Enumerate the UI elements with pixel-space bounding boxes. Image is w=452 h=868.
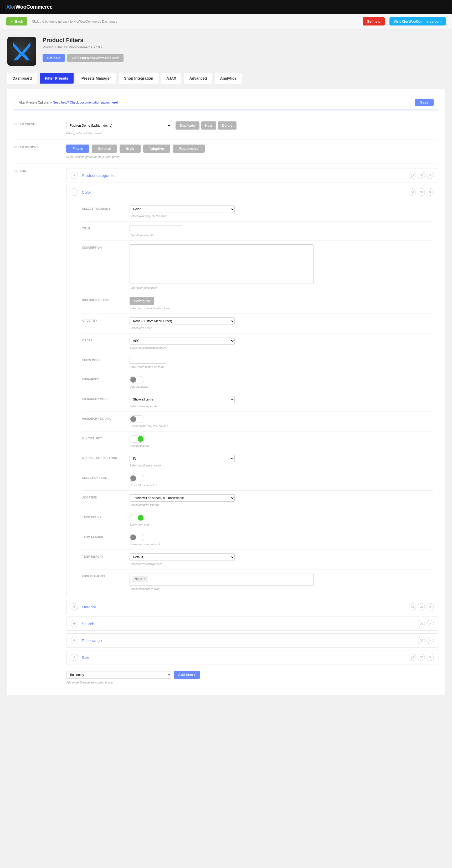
topbar: XforWooCommerce [0, 0, 452, 14]
shuffle-icon[interactable] [418, 654, 425, 661]
field-hint: Expand hiararchy tree on load [129, 425, 433, 428]
shuffle-icon[interactable] [418, 172, 425, 179]
tab-filter-presets[interactable]: Filter Presets [40, 73, 73, 84]
field-tags[interactable]: None× [129, 573, 313, 586]
tab-shop-integration[interactable]: Shop Integration [119, 73, 158, 84]
expand-icon[interactable]: + [71, 637, 78, 644]
field-toggle[interactable] [129, 474, 144, 482]
field-row: ADOPTIVETerms will be shown, but unclick… [82, 491, 433, 510]
field-input[interactable] [129, 357, 167, 364]
notice-prefix: Filter Presets Options → [19, 101, 53, 104]
field-label: SELECT TAXONOMY [82, 206, 129, 210]
filter-card: +Size [66, 650, 438, 664]
shuffle-icon[interactable] [418, 188, 425, 196]
configure-button[interactable]: Configure [129, 297, 154, 305]
filter-title[interactable]: Price range [82, 638, 414, 643]
filter-title[interactable]: Product categories [82, 173, 405, 178]
field-toggle[interactable] [129, 376, 144, 383]
field-select[interactable]: IN [129, 455, 235, 462]
pill-general[interactable]: General [92, 145, 117, 153]
field-label: SELECTION RESET [82, 474, 129, 479]
delete-preset-button[interactable]: Delete [218, 121, 237, 129]
field-row: ORDERASCSelect ascending/descending [82, 334, 433, 353]
tab-advanced[interactable]: Advanced [184, 73, 212, 84]
field-row: HIERARCHYUse hiararchy. [82, 372, 433, 392]
get-help-button[interactable]: Get help [363, 17, 385, 26]
shuffle-icon[interactable] [418, 620, 425, 627]
field-row: TERM DISPLAYDefaultSelect terms display … [82, 550, 433, 569]
back-button[interactable]: ← Back [6, 17, 27, 26]
color-icon[interactable] [409, 603, 416, 611]
expand-icon[interactable]: + [71, 620, 78, 627]
shuffle-icon[interactable] [418, 603, 425, 611]
field-toggle[interactable] [129, 415, 144, 423]
actionbar-hint: Click the button to go back to XforWooCo… [32, 20, 119, 23]
field-label: SHOW MORE [82, 357, 129, 362]
close-icon[interactable] [426, 188, 434, 196]
add-item-button[interactable]: Add Item + [174, 671, 200, 679]
field-select[interactable]: None (Custom Menu Order) [129, 317, 235, 325]
section-label: FILTER PRESET [14, 121, 66, 126]
close-icon[interactable] [426, 637, 434, 644]
close-icon[interactable] [426, 172, 434, 179]
filter-title[interactable]: Size [82, 655, 405, 660]
field-label: TERM DISPLAY [82, 553, 129, 558]
field-select[interactable]: ASC [129, 337, 235, 344]
head-visit-button[interactable]: Visit XforWooCommerce.com [67, 54, 123, 62]
page-header: Product Filters Product Filter for WooCo… [0, 29, 452, 73]
close-icon[interactable] [426, 654, 434, 661]
head-get-help-button[interactable]: Get help [42, 54, 65, 62]
new-preset-button[interactable]: New [201, 121, 216, 129]
expand-icon[interactable]: + [71, 172, 78, 179]
pill-adoptive[interactable]: Adoptive [143, 145, 171, 153]
pill-filters[interactable]: Filters [66, 145, 89, 153]
tab-dashboard[interactable]: Dashboard [7, 73, 37, 84]
filter-title[interactable]: Search [82, 621, 414, 626]
add-filter-type-select[interactable]: Taxonomy [66, 671, 171, 679]
field-toggle[interactable] [129, 534, 144, 541]
tab-analytics[interactable]: Analytics [215, 73, 241, 84]
shuffle-icon[interactable] [418, 637, 425, 644]
preset-select[interactable]: Fashion Demo (fashion-demo) [66, 122, 171, 129]
save-button[interactable]: Save [415, 99, 433, 106]
expand-icon[interactable]: + [71, 603, 78, 611]
filter-title[interactable]: Color [82, 190, 405, 194]
pill-style[interactable]: Style [120, 145, 140, 153]
field-toggle[interactable] [129, 435, 144, 442]
field-select[interactable]: Color [129, 206, 235, 213]
field-textarea[interactable] [129, 244, 313, 284]
pill-responsive[interactable]: Responsive [173, 145, 205, 153]
field-row: SELECT TAXONOMYColorSelect taxonomy for … [82, 202, 433, 221]
svg-point-15 [412, 657, 413, 658]
field-toggle[interactable] [129, 514, 144, 521]
color-icon[interactable] [409, 172, 416, 179]
tab-ajax[interactable]: AJAX [161, 73, 181, 84]
field-label: HIERARCHY MODE [82, 396, 129, 401]
field-label: MULTISELECT RELATION [82, 455, 129, 460]
field-hint: Select hiarachy mode [129, 405, 433, 408]
field-label: HIERARCHY [82, 376, 129, 381]
expand-icon[interactable]: + [71, 654, 78, 661]
field-select[interactable]: Default [129, 553, 235, 561]
field-label: HIERARCHY EXPAND [82, 415, 129, 420]
field-input[interactable] [129, 225, 182, 232]
tab-presets-manager[interactable]: Presets Manager [76, 73, 116, 84]
close-icon[interactable] [426, 603, 434, 611]
filter-title[interactable]: Material [82, 605, 405, 609]
field-hint: Reset filters on select [129, 484, 433, 487]
close-icon[interactable] [426, 620, 434, 627]
svg-point-2 [413, 175, 413, 175]
color-icon[interactable] [409, 654, 416, 661]
visit-site-button[interactable]: Visit XforWooCommerce.com [389, 17, 446, 26]
color-icon[interactable] [409, 188, 416, 196]
field-row: INCLUDE/EXCLUDEConfigureSelect terms to … [82, 293, 433, 314]
field-select[interactable]: Show all terms [129, 396, 235, 403]
tag-remove-icon[interactable]: × [144, 577, 146, 581]
svg-point-8 [411, 606, 414, 608]
notice-help-link[interactable]: Need help? Check documentation pages her… [53, 101, 118, 104]
field-select[interactable]: Terms will be shown, but unclickable [129, 494, 235, 502]
field-row: SHOW MOREShow-more button on term [82, 353, 433, 372]
collapse-icon[interactable]: − [71, 188, 78, 196]
duplicate-preset-button[interactable]: Duplicate [176, 121, 200, 129]
field-row: MULTISELECT RELATIONINSelect multiselect… [82, 451, 433, 471]
